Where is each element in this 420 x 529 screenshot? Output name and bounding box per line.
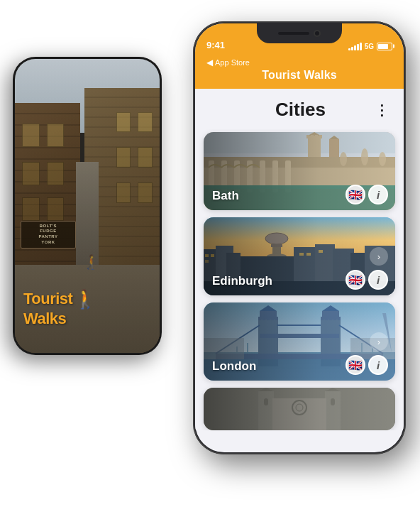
cities-list: Bath 🇬🇧 i — [195, 129, 404, 430]
status-icons: 5G — [348, 42, 392, 50]
city-card-london[interactable]: London › 🇬🇧 i — [204, 302, 395, 381]
logo-text-walks: Walks — [23, 310, 151, 327]
edinburgh-flag: 🇬🇧 — [346, 270, 365, 290]
tourist-walks-logo: Tourist 🚶 Walks — [23, 288, 151, 327]
status-time: 9:41 — [206, 40, 225, 50]
bath-info[interactable]: i — [368, 185, 388, 204]
notch — [257, 23, 342, 43]
front-phone: 9:41 5G ◀ — [193, 21, 406, 454]
battery-icon — [377, 43, 392, 50]
scene: BOLT'S FUDGE PANTRY YORK 🚶 Tourist 🚶 Wal… — [0, 0, 420, 529]
city-name-bath: Bath — [212, 189, 239, 203]
city-card-edinburgh[interactable]: Edinburgh › 🇬🇧 i — [204, 217, 395, 295]
city-name-edinburgh: Edinburgh — [212, 274, 272, 288]
cities-page: Cities ⋮ — [195, 89, 404, 430]
camera — [314, 30, 321, 37]
city-name-london: London — [212, 359, 256, 373]
edinburgh-arrow[interactable]: › — [370, 247, 388, 266]
street-background: BOLT'S FUDGE PANTRY YORK 🚶 Tourist 🚶 Wal… — [15, 59, 160, 353]
cities-title: Cities — [226, 99, 375, 121]
walker-icon: 🚶 — [74, 288, 96, 310]
york-overlay — [204, 388, 395, 430]
london-arrow[interactable]: › — [370, 332, 388, 351]
bath-badges: 🇬🇧 i — [346, 185, 388, 204]
back-label: App Store — [215, 58, 250, 67]
more-icon[interactable]: ⋮ — [375, 102, 389, 119]
city-card-york[interactable] — [204, 388, 395, 430]
cities-header: Cities ⋮ — [195, 89, 404, 129]
signal-icon — [348, 42, 362, 50]
speaker — [278, 32, 309, 35]
edinburgh-badges: 🇬🇧 i — [346, 270, 388, 290]
london-badges: 🇬🇧 i — [346, 355, 388, 375]
battery-fill — [378, 44, 388, 49]
app-title: Tourist Walks — [262, 69, 337, 82]
app-header: ◀ App Store Tourist Walks — [195, 55, 404, 89]
edinburgh-info[interactable]: i — [368, 270, 388, 290]
london-info[interactable]: i — [368, 355, 388, 375]
back-button[interactable]: ◀ App Store — [206, 58, 250, 67]
logo-text-tourist: Tourist — [23, 290, 72, 307]
bath-flag: 🇬🇧 — [346, 185, 365, 204]
back-phone: BOLT'S FUDGE PANTRY YORK 🚶 Tourist 🚶 Wal… — [13, 57, 162, 355]
london-flag: 🇬🇧 — [346, 355, 365, 375]
back-chevron-icon: ◀ — [206, 58, 213, 67]
city-card-bath[interactable]: Bath 🇬🇧 i — [204, 132, 395, 210]
carrier-label: 5G — [365, 43, 374, 50]
